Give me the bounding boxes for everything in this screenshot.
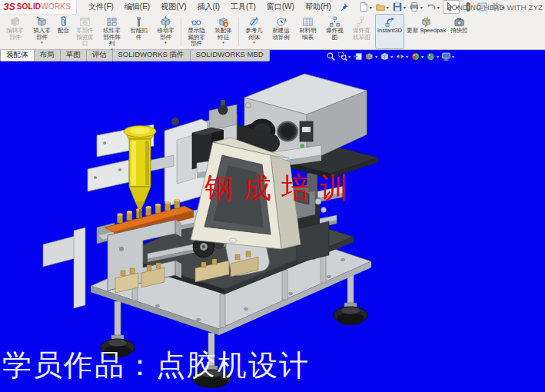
dropdown-caret-icon[interactable]: ▾ bbox=[111, 48, 113, 51]
pin-menu-icon[interactable] bbox=[340, 2, 349, 12]
exploded-view-button[interactable]: 爆炸视图 bbox=[322, 15, 347, 48]
menu-bar: 文件(F)编辑(E)视图(V)插入(I)工具(T)窗口(W)帮助(H) bbox=[83, 0, 337, 14]
ribbon-button-label: 编辑零部件 bbox=[4, 28, 26, 41]
tab-solidworks-addins[interactable]: SOLIDWORKS 插件 bbox=[112, 49, 191, 61]
ribbon-button-label: 配合 bbox=[58, 28, 69, 35]
tab-sketch[interactable]: 草图 bbox=[60, 49, 87, 61]
ribbon-button-label: 智能扣件 bbox=[128, 28, 150, 41]
bom-icon bbox=[302, 16, 314, 28]
new-document-icon[interactable]: ▾ bbox=[358, 1, 372, 13]
heads-up-view-toolbar: ▾▾▾▾▾▾▾ bbox=[325, 51, 456, 61]
graphics-viewport[interactable]: ▾▾▾▾▾▾▾ bbox=[0, 49, 545, 392]
menu-edit[interactable]: 编辑(E) bbox=[119, 0, 155, 14]
menu-help[interactable]: 帮助(H) bbox=[300, 0, 337, 14]
menu-insert[interactable]: 插入(I) bbox=[192, 0, 225, 14]
move-component-icon bbox=[160, 16, 171, 28]
pressure-gauge bbox=[277, 122, 297, 141]
instant3d-icon bbox=[384, 16, 396, 28]
display-style-icon[interactable]: ▾ bbox=[380, 51, 394, 61]
solidworks-logo: ЗS SOLIDWORKS bbox=[0, 0, 77, 15]
insert-component-icon bbox=[36, 16, 48, 28]
bill-of-materials-button[interactable]: 材料明细表 bbox=[295, 15, 321, 48]
ribbon-button-label: 移动零部件 bbox=[155, 28, 177, 41]
component-preview-window-button: 零部件预览窗口 bbox=[72, 15, 98, 48]
assembly-features-icon bbox=[218, 16, 229, 28]
reference-geometry-icon bbox=[248, 16, 260, 28]
dropdown-caret-icon[interactable]: ▾ bbox=[404, 5, 406, 10]
document-title: BONDING HEAD WITH ZYZ bbox=[447, 3, 543, 12]
smart-fasteners-button[interactable]: 智能扣件 bbox=[126, 15, 151, 48]
explode-line-sketch-button: 爆炸直线草图 bbox=[349, 15, 374, 48]
tab-evaluate[interactable]: 评估 bbox=[86, 49, 113, 61]
instant3d-button[interactable]: Instant3D bbox=[376, 15, 404, 48]
dropdown-caret-icon[interactable]: ▾ bbox=[375, 54, 377, 59]
dropdown-caret-icon[interactable]: ▾ bbox=[222, 41, 224, 45]
speedpak-icon bbox=[420, 16, 432, 28]
dropdown-caret-icon[interactable]: ▾ bbox=[420, 5, 423, 10]
solidworks-logo-mark: ЗS bbox=[3, 2, 15, 12]
menu-tools[interactable]: 工具(T) bbox=[225, 0, 261, 14]
monitor-button[interactable] bbox=[229, 238, 237, 243]
dropdown-caret-icon[interactable]: ▾ bbox=[437, 54, 439, 59]
ribbon-separator bbox=[181, 17, 181, 46]
dropdown-caret-icon[interactable]: ▾ bbox=[164, 41, 167, 45]
training-watermark: 钢成培训 bbox=[204, 169, 358, 208]
dropdown-caret-icon[interactable]: ▾ bbox=[390, 54, 393, 59]
dispensing-syringe[interactable] bbox=[88, 125, 174, 218]
tab-assembly[interactable]: 装配体 bbox=[0, 49, 35, 61]
dropdown-caret-icon[interactable]: ▾ bbox=[348, 54, 351, 59]
show-hidden-icon bbox=[191, 16, 202, 28]
new-motion-study-button[interactable]: 新建运动算例 bbox=[268, 15, 294, 48]
dropdown-caret-icon[interactable]: ▾ bbox=[437, 5, 440, 10]
hide-show-items-icon[interactable]: ▾ bbox=[395, 51, 409, 61]
dropdown-caret-icon[interactable]: ▾ bbox=[41, 41, 43, 45]
adjustment-knob[interactable] bbox=[171, 118, 179, 125]
exploded-view-icon bbox=[329, 16, 341, 28]
tab-layout[interactable]: 布局 bbox=[34, 49, 61, 61]
ribbon-button-label: 参考几何体 bbox=[243, 28, 265, 41]
ribbon-button-label: 显示隐藏的零部件 bbox=[185, 28, 208, 48]
undo-icon[interactable]: ▾ bbox=[426, 1, 440, 13]
dropdown-caret-icon[interactable]: ▾ bbox=[406, 54, 408, 59]
zoom-area-icon[interactable]: ▾ bbox=[337, 51, 351, 61]
dropdown-caret-icon[interactable]: ▾ bbox=[421, 54, 424, 59]
menu-file[interactable]: 文件(F) bbox=[83, 0, 119, 14]
ribbon-button-label: 装配体特征 bbox=[212, 28, 234, 41]
menu-window[interactable]: 窗口(W) bbox=[261, 0, 300, 14]
menu-view[interactable]: 视图(V) bbox=[155, 0, 191, 14]
motion-study-icon bbox=[275, 16, 287, 28]
section-view-icon[interactable]: ▾ bbox=[364, 51, 378, 61]
connector-nub bbox=[246, 103, 251, 108]
status-led bbox=[301, 145, 304, 148]
move-component-button[interactable]: 移动零部件▾ bbox=[153, 15, 178, 48]
take-snapshot-button[interactable]: 拍快照 bbox=[449, 15, 470, 48]
update-speedpak-button[interactable]: 更新 Speedpak bbox=[405, 15, 447, 48]
assembly-features-button[interactable]: 装配体特征▾ bbox=[211, 15, 236, 48]
insert-components-button[interactable]: 插入零部件▾ bbox=[29, 15, 55, 48]
previous-view-icon[interactable] bbox=[353, 51, 363, 61]
apply-scene-icon[interactable]: ▾ bbox=[426, 51, 440, 61]
title-bar: ЗS SOLIDWORKS 文件(F)编辑(E)视图(V)插入(I)工具(T)窗… bbox=[0, 0, 545, 14]
cad-model-dispensing-machine[interactable] bbox=[0, 49, 545, 392]
edit-appearance-icon[interactable]: ▾ bbox=[410, 51, 424, 61]
view-settings-icon[interactable]: ▾ bbox=[441, 51, 455, 61]
command-ribbon: 编辑零部件插入零部件▾配合零部件预览窗口线性零部件阵列▾智能扣件移动零部件▾显示… bbox=[0, 14, 545, 50]
zoom-fit-icon[interactable] bbox=[326, 51, 336, 61]
linear-component-pattern-button[interactable]: 线性零部件阵列▾ bbox=[99, 15, 125, 48]
show-hidden-components-button[interactable]: 显示隐藏的零部件 bbox=[184, 15, 209, 48]
tab-solidworks-mbd[interactable]: SOLIDWORKS MBD bbox=[190, 49, 270, 61]
mate-button[interactable]: 配合 bbox=[56, 15, 71, 48]
save-icon[interactable]: ▾ bbox=[392, 1, 406, 13]
reference-geometry-button[interactable]: 参考几何体▾ bbox=[241, 15, 267, 48]
digital-display bbox=[300, 121, 313, 141]
print-icon[interactable]: ▾ bbox=[409, 1, 423, 13]
dropdown-caret-icon[interactable]: ▾ bbox=[370, 5, 372, 10]
dropdown-caret-icon[interactable]: ▾ bbox=[452, 54, 454, 59]
preview-window-icon bbox=[79, 16, 91, 28]
adjustment-knob[interactable] bbox=[218, 105, 228, 115]
ribbon-separator bbox=[238, 17, 239, 46]
dropdown-caret-icon[interactable]: ▾ bbox=[387, 5, 389, 10]
open-icon[interactable]: ▾ bbox=[375, 1, 389, 13]
ribbon-button-label: 更新 Speedpak bbox=[407, 28, 446, 35]
dropdown-caret-icon[interactable]: ▾ bbox=[253, 41, 255, 45]
